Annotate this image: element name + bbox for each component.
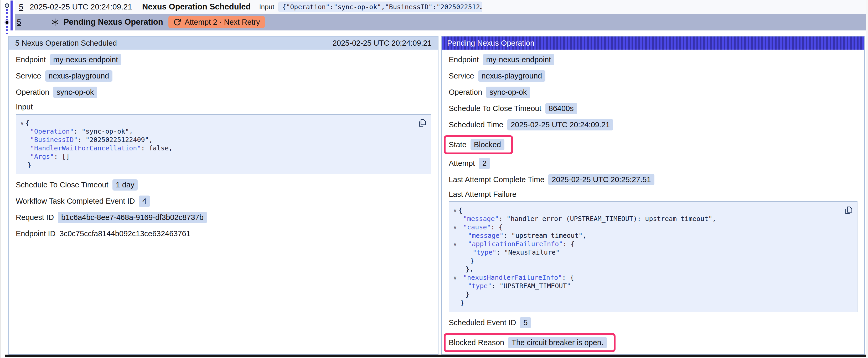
field-value: Blocked — [470, 139, 504, 151]
field-value: sync-op-ok — [53, 87, 97, 98]
code-line: }, — [452, 265, 839, 273]
field-label: Schedule To Close Timeout — [16, 181, 108, 189]
timeline-node-scheduled[interactable] — [5, 3, 9, 8]
pending-panel-header: Pending Nexus Operation — [442, 36, 864, 50]
field-row-schedule-to-close-timeout: Schedule To Close Timeout86400s — [449, 103, 577, 114]
collapse-chevron-icon[interactable]: ∨ — [452, 206, 459, 215]
field-label: Service — [449, 72, 474, 80]
field-label: Schedule To Close Timeout — [449, 104, 541, 113]
workflow-event-history-view: 5 2025-02-25 UTC 20:24:09.21 Nexus Opera… — [0, 0, 868, 358]
field-label: State — [449, 140, 467, 149]
field-row-operation: Operationsync-op-ok — [449, 86, 530, 98]
code-line: } — [452, 257, 839, 265]
code-line: "message": "upstream timeout", — [452, 231, 839, 240]
input-label: Input — [259, 3, 274, 11]
code-line: ∨{ — [452, 206, 839, 215]
field-value: nexus-playground — [478, 70, 546, 82]
panel-timestamp: 2025-02-25 UTC 20:24:09.21 — [333, 39, 432, 47]
copy-button[interactable] — [417, 118, 427, 128]
collapse-chevron-icon[interactable]: ∨ — [19, 119, 26, 127]
field-value: 2025-02-25 UTC 20:24:09.21 — [507, 119, 613, 130]
field-value: nexus-playground — [45, 70, 113, 82]
field-value: my-nexus-endpoint — [483, 54, 555, 65]
field-label: Operation — [16, 88, 49, 97]
code-line: ∨{ — [19, 119, 412, 127]
event-row-pending[interactable]: 5 Pending Nexus Operation Attempt 2 · Ne… — [15, 14, 868, 30]
code-line: ∨"nexusHandlerFailureInfo": { — [452, 273, 839, 282]
field-row-service: Servicenexus-playground — [449, 70, 546, 82]
input-json-block: ∨{"Operation": "sync-op-ok","BusinessID"… — [16, 114, 431, 174]
retry-status-badge: Attempt 2 · Next Retry — [168, 16, 265, 28]
field-label: Request ID — [16, 213, 54, 222]
code-line: "Operation": "sync-op-ok", — [19, 127, 412, 136]
field-row-endpoint: Endpointmy-nexus-endpoint — [16, 54, 121, 65]
timeline-node-pending[interactable] — [4, 20, 9, 25]
field-row-endpoint-id: Endpoint ID3c0c75ccfa8144b092c13ce632463… — [16, 228, 190, 239]
event-row-scheduled[interactable]: 5 2025-02-25 UTC 20:24:09.21 Nexus Opera… — [15, 0, 868, 14]
field-value: b1c6a4bc-8ee7-468a-9169-df3b02c8737b — [58, 212, 207, 223]
panel-title: 5 Nexus Operation Scheduled — [15, 39, 117, 47]
scheduled-event-panel: 5 Nexus Operation Scheduled 2025-02-25 U… — [8, 36, 438, 355]
field-label: Last Attempt Complete Time — [449, 175, 544, 184]
field-value: my-nexus-endpoint — [50, 54, 122, 65]
scheduled-panel-header: 5 Nexus Operation Scheduled 2025-02-25 U… — [9, 36, 438, 50]
field-value: The circuit breaker is open. — [508, 337, 607, 348]
field-row-service: Servicenexus-playground — [16, 70, 113, 82]
code-line: "BusinessID": "20250225122409", — [19, 136, 412, 144]
scrollbar[interactable] — [866, 0, 868, 358]
event-timestamp: 2025-02-25 UTC 20:24:09.21 — [30, 2, 132, 11]
field-row-blocked-reason: Blocked ReasonThe circuit breaker is ope… — [444, 333, 616, 352]
code-line: "Args": [] — [19, 153, 412, 161]
code-line: "HandlerWaitForCancellation": false, — [19, 144, 412, 153]
pending-operation-panel: Pending Nexus Operation Endpointmy-nexus… — [441, 36, 865, 355]
field-value[interactable]: 3c0c75ccfa8144b092c13ce632463761 — [60, 229, 190, 238]
field-row-state: StateBlocked — [444, 135, 513, 154]
field-label: Service — [16, 72, 41, 80]
retry-icon — [173, 18, 181, 26]
section-bottom-divider — [5, 355, 866, 357]
field-value: sync-op-ok — [486, 87, 530, 98]
input-preview-badge: {"Operation":"sync-op-ok","BusinessID":"… — [278, 2, 482, 12]
code-line: "type": "UPSTREAM_TIMEOUT" — [452, 282, 839, 290]
panel-title: Pending Nexus Operation — [447, 39, 534, 47]
field-label: Endpoint — [449, 55, 479, 64]
field-row-scheduled-event-id: Scheduled Event ID5 — [449, 317, 531, 328]
failure-json-block: ∨{"message": "handler error (UPSTREAM_TI… — [449, 201, 858, 312]
field-row-operation: Operationsync-op-ok — [16, 86, 97, 98]
collapse-chevron-icon[interactable]: ∨ — [452, 240, 459, 248]
field-label: Workflow Task Completed Event ID — [16, 197, 135, 205]
code-line: ∨"applicationFailureInfo": { — [452, 240, 839, 248]
field-row-last-attempt-complete-time: Last Attempt Complete Time2025-02-25 UTC… — [449, 174, 654, 185]
event-title: Pending Nexus Operation — [64, 17, 163, 27]
field-value: 1 day — [113, 179, 138, 191]
field-row-scheduled-time: Scheduled Time2025-02-25 UTC 20:24:09.21 — [449, 119, 613, 130]
field-row-schedule-to-close-timeout: Schedule To Close Timeout1 day — [16, 179, 138, 191]
collapse-chevron-icon[interactable]: ∨ — [452, 223, 459, 231]
field-row-workflow-task-completed-event-id: Workflow Task Completed Event ID4 — [16, 195, 150, 207]
event-detail-panels: 5 Nexus Operation Scheduled 2025-02-25 U… — [8, 36, 865, 355]
field-label: Endpoint — [16, 55, 46, 64]
field-label: Scheduled Time — [449, 121, 503, 129]
event-id-link[interactable]: 5 — [17, 18, 21, 27]
field-label: Endpoint ID — [16, 229, 56, 238]
asterisk-icon — [51, 18, 59, 27]
field-label: Blocked Reason — [449, 338, 504, 347]
field-label: Attempt — [449, 159, 475, 168]
copy-icon — [417, 118, 427, 128]
event-id-link[interactable]: 5 — [19, 2, 23, 11]
field-row-endpoint: Endpointmy-nexus-endpoint — [449, 54, 554, 65]
field-value: 5 — [520, 317, 531, 328]
field-label: Scheduled Event ID — [449, 318, 516, 327]
code-line: } — [452, 290, 839, 299]
timeline-active-bar — [10, 1, 12, 30]
field-row-request-id: Request IDb1c6a4bc-8ee7-468a-9169-df3b02… — [16, 211, 207, 223]
code-line: ∨"cause": { — [452, 223, 839, 231]
code-line: "type": "NexusFailure" — [452, 248, 839, 257]
copy-icon — [844, 205, 853, 215]
copy-button[interactable] — [843, 205, 854, 215]
field-value: 86400s — [546, 103, 577, 114]
field-row-attempt: Attempt2 — [449, 158, 490, 169]
field-value: 2025-02-25 UTC 20:25:27.51 — [548, 174, 654, 185]
collapse-chevron-icon[interactable]: ∨ — [452, 273, 459, 282]
field-value: 2 — [479, 158, 490, 169]
